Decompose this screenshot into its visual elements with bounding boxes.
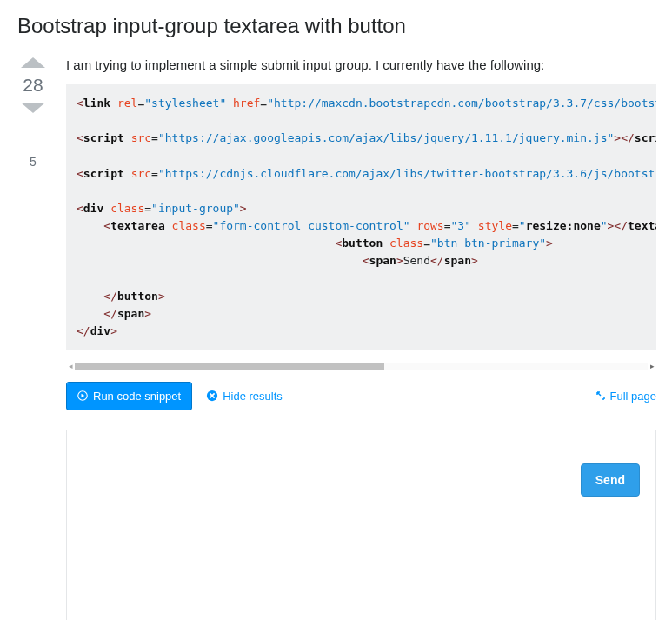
scroll-track[interactable] [75, 363, 648, 370]
play-icon [77, 390, 88, 401]
external-link-icon [595, 390, 606, 401]
run-snippet-button[interactable]: Run code snippet [66, 382, 192, 410]
page-title: Bootstrap input-group textarea with butt… [16, 14, 656, 38]
vote-score: 28 [23, 75, 43, 96]
upvote-button[interactable] [21, 57, 45, 68]
hide-results-label: Hide results [223, 390, 283, 403]
full-page-label: Full page [610, 390, 656, 403]
scroll-thumb[interactable] [75, 363, 384, 370]
full-page-link[interactable]: Full page [595, 390, 656, 403]
hide-results-link[interactable]: Hide results [206, 390, 283, 403]
result-frame: Send [66, 430, 656, 620]
downvote-button[interactable] [21, 103, 45, 113]
run-snippet-label: Run code snippet [93, 390, 181, 403]
question-intro: I am trying to implement a simple submit… [66, 57, 656, 72]
scroll-left-icon[interactable]: ◂ [66, 362, 75, 370]
vote-column: 28 5 [16, 57, 50, 620]
scroll-right-icon[interactable]: ▸ [648, 362, 656, 370]
answer-count: 5 [30, 155, 37, 169]
send-button[interactable]: Send [581, 463, 640, 497]
code-block: <link rel="stylesheet" href="http://maxc… [66, 84, 656, 350]
horizontal-scrollbar[interactable]: ◂ ▸ [66, 359, 656, 373]
close-circle-icon [206, 390, 218, 402]
